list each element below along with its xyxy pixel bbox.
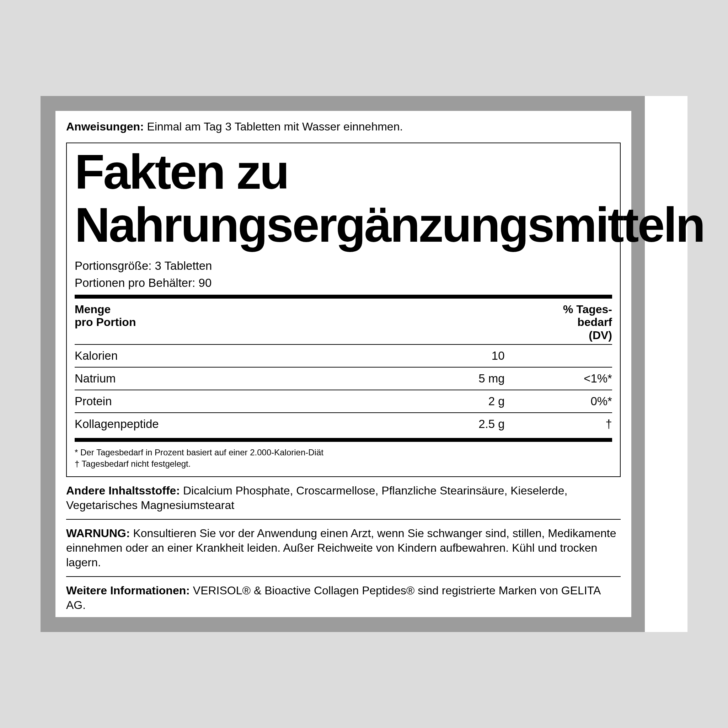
- footnote-dagger: † Tagesbedarf nicht festgelegt.: [75, 458, 612, 470]
- directions-text: Einmal am Tag 3 Tabletten mit Wasser ein…: [144, 120, 403, 133]
- nutrient-name: Kalorien: [75, 349, 386, 362]
- header-right: % Tages- bedarf (DV): [563, 303, 612, 342]
- other-ingredients: Andere Inhaltsstoffe: Dicalcium Phosphat…: [66, 477, 621, 512]
- other-ingredients-label: Andere Inhaltsstoffe:: [66, 484, 180, 497]
- nutrient-name: Kollagenpeptide: [75, 418, 386, 431]
- table-header: Menge pro Portion % Tages- bedarf (DV): [75, 301, 612, 344]
- nutrient-amount: 5 mg: [386, 372, 505, 385]
- right-strip: [645, 96, 687, 632]
- header-right-line2: bedarf: [577, 316, 612, 329]
- serving-size: Portionsgröße: 3 Tabletten: [75, 259, 612, 273]
- nutrient-dv: [505, 349, 612, 362]
- table-row: Natrium 5 mg <1%*: [75, 367, 612, 390]
- servings-per-container: Portionen pro Behälter: 90: [75, 276, 612, 290]
- header-right-line1: % Tages-: [563, 303, 612, 316]
- rule-thick-bottom: [75, 438, 612, 442]
- facts-title-line2: Nahrungsergänzungsmitteln: [75, 198, 612, 251]
- nutrient-amount: 2 g: [386, 395, 505, 408]
- table-row: Kalorien 10: [75, 345, 612, 367]
- facts-title-line1: Fakten zu: [75, 145, 612, 198]
- footnotes: * Der Tagesbedarf in Prozent basiert auf…: [75, 447, 612, 470]
- supplement-facts-box: Fakten zu Nahrungsergänzungsmitteln Port…: [66, 142, 621, 477]
- label-panel: Anweisungen: Einmal am Tag 3 Tabletten m…: [55, 111, 631, 618]
- more-info: Weitere Informationen: VERISOL® & Bioact…: [66, 577, 621, 612]
- nutrient-name: Natrium: [75, 372, 386, 385]
- facts-title: Fakten zu Nahrungsergänzungsmitteln: [75, 145, 612, 251]
- warning: WARNUNG: Konsultieren Sie vor der Anwend…: [66, 520, 621, 570]
- nutrient-name: Protein: [75, 395, 386, 408]
- more-info-label: Weitere Informationen:: [66, 584, 190, 597]
- gray-frame: Anweisungen: Einmal am Tag 3 Tabletten m…: [41, 96, 645, 632]
- table-row: Kollagenpeptide 2.5 g †: [75, 413, 612, 435]
- header-left: Menge pro Portion: [75, 303, 136, 342]
- rule-thick-top: [75, 295, 612, 298]
- warning-label: WARNUNG:: [66, 527, 130, 540]
- nutrient-amount: 2.5 g: [386, 418, 505, 431]
- warning-text: Konsultieren Sie vor der Anwendung einen…: [66, 527, 616, 569]
- nutrient-amount: 10: [386, 349, 505, 362]
- header-right-line3: (DV): [589, 329, 612, 342]
- directions: Anweisungen: Einmal am Tag 3 Tabletten m…: [66, 111, 621, 142]
- nutrient-dv: 0%*: [505, 395, 612, 408]
- footnote-dv: * Der Tagesbedarf in Prozent basiert auf…: [75, 447, 612, 458]
- nutrient-dv: †: [505, 418, 612, 431]
- nutrient-dv: <1%*: [505, 372, 612, 385]
- label-container: Anweisungen: Einmal am Tag 3 Tabletten m…: [41, 96, 687, 632]
- header-left-line2: pro Portion: [75, 316, 136, 329]
- directions-label: Anweisungen:: [66, 120, 144, 133]
- table-row: Protein 2 g 0%*: [75, 390, 612, 412]
- header-left-line1: Menge: [75, 303, 110, 316]
